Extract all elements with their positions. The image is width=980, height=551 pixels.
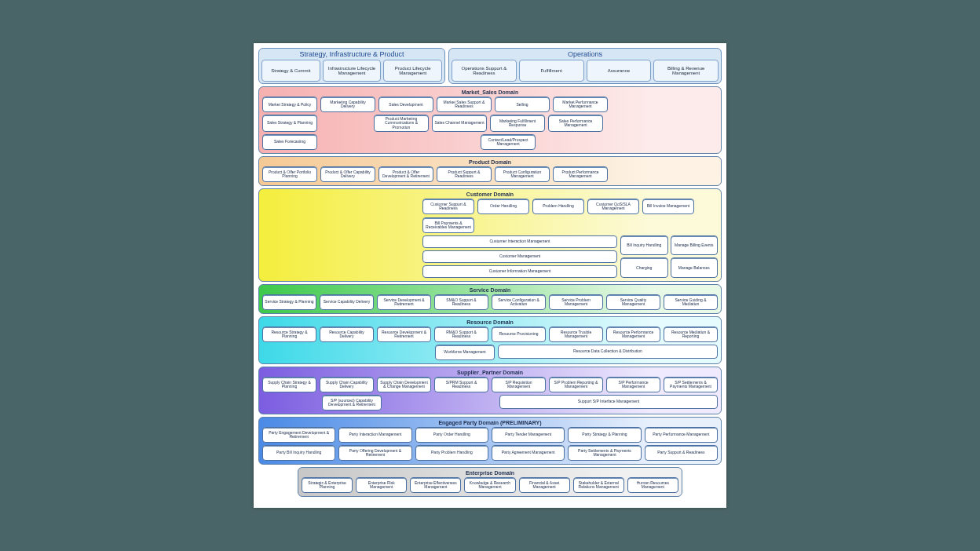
box: Service Configuration & Activation [492, 294, 546, 310]
box: Service Problem Management [549, 294, 603, 310]
page-root: Strategy, Infrastructure & Product Strat… [0, 0, 980, 551]
wide-box: Customer Management [422, 250, 617, 263]
box: S/P Settlements & Payments Management [664, 377, 718, 392]
box: Sales Channel Management [432, 115, 487, 132]
box: Selling [495, 97, 550, 112]
box: Service Quality Management [606, 294, 660, 310]
domain-market-title: Market_Sales Domain [262, 89, 718, 95]
domain-resource: Resource Domain Resource Strategy & Plan… [258, 316, 722, 364]
box: Service Strategy & Planning [262, 294, 316, 310]
customer-row1: Customer Support & Readiness Order Handl… [422, 199, 718, 233]
box: Manage Billing Events [671, 235, 719, 256]
box: Sales Strategy & Planning [262, 115, 317, 132]
box: Resource Capability Delivery [320, 327, 374, 342]
product-row1: Product & Offer Portfolio Planning Produ… [262, 166, 718, 182]
box: S/PRM Support & Readiness [434, 377, 488, 392]
box: Party Engagement Development & Retiremen… [262, 427, 335, 443]
box: Sales Performance Management [548, 115, 603, 132]
box: Financial & Asset Management [519, 477, 570, 493]
box: SM&O Support & Readiness [434, 294, 488, 310]
box: Resource Development & Retirement [377, 327, 431, 342]
box: Problem Handling [532, 199, 584, 214]
box: Human Resources Management [627, 477, 678, 493]
box: Marketing Capability Delivery [320, 97, 375, 112]
wide-box: Customer Information Management [422, 265, 617, 278]
enterprise-row1: Strategic & Enterprise Planning Enterpri… [302, 477, 678, 493]
domain-customer-title: Customer Domain [262, 192, 718, 197]
group-ops: Operations Operations Support & Readines… [448, 48, 722, 84]
box: Party Performance Management [645, 427, 718, 443]
box: Enterprise Effectiveness Management [410, 477, 461, 493]
box: Market Sales Support & Readiness [437, 97, 492, 112]
domain-supplier-title: Supplier_Partner Domain [262, 370, 718, 375]
service-row1: Service Strategy & Planning Service Capa… [262, 294, 718, 310]
wide-box: Resource Data Collection & Distribution [498, 345, 718, 359]
box: Customer QoS/SLA Management [587, 199, 639, 214]
box: Party Tender Management [492, 427, 565, 443]
box: Resource Trouble Management [549, 327, 603, 342]
box: Stakeholder & External Relations Managem… [573, 477, 624, 493]
box: Customer Support & Readiness [422, 199, 474, 214]
customer-layout: Customer Support & Readiness Order Handl… [262, 199, 718, 278]
wide-box: Customer Interaction Management [422, 235, 617, 248]
box: Bill Inquiry Handling [620, 235, 668, 256]
box: Enterprise Risk Management [356, 477, 407, 493]
domain-supplier: Supplier_Partner Domain Supply Chain Str… [258, 367, 722, 414]
engaged-row1: Party Engagement Development & Retiremen… [262, 427, 718, 443]
box: Service Guiding & Mediation [664, 294, 718, 310]
domain-customer: Customer Domain Customer Support & Readi… [258, 188, 722, 282]
group-ops-title: Operations [452, 50, 719, 58]
box: Order Handling [477, 199, 529, 214]
box: RM&O Support & Readiness [434, 327, 488, 342]
box: Supply Chain Development & Change Manage… [377, 377, 431, 392]
domain-service: Service Domain Service Strategy & Planni… [258, 284, 722, 314]
domain-service-title: Service Domain [262, 287, 718, 293]
box: Party Support & Readiness [645, 445, 718, 461]
box: Party Settlements & Payments Management [568, 445, 641, 461]
domain-engaged-party: Engaged Party Domain (PRELIMINARY) Party… [258, 417, 722, 465]
sip-cols: Strategy & Commit Infrastructure Lifecyc… [261, 60, 442, 82]
group-sip: Strategy, Infrastructure & Product Strat… [258, 48, 445, 84]
box: Market Strategy & Policy [262, 97, 317, 112]
col-osr: Operations Support & Readiness [452, 60, 517, 82]
resource-row2: Workforce Management Resource Data Colle… [262, 345, 718, 360]
domain-enterprise-title: Enterprise Domain [302, 470, 678, 476]
customer-row2: Customer Interaction Management Customer… [422, 235, 718, 278]
group-sip-title: Strategy, Infrastructure & Product [261, 50, 442, 58]
box: Supply Chain Capability Delivery [320, 377, 374, 392]
domain-market-sales: Market_Sales Domain Market Strategy & Po… [258, 86, 722, 154]
engaged-row2: Party Bill Inquiry Handling Party Offeri… [262, 445, 718, 461]
box: Product Marketing Communications & Promo… [374, 115, 429, 132]
box: Resource Mediation & Reporting [664, 327, 718, 342]
box: S/P Performance Management [606, 377, 660, 392]
box: Product & Offer Portfolio Planning [262, 166, 317, 182]
supplier-row1: Supply Chain Strategy & Planning Supply … [262, 377, 718, 392]
box: Manage Balances [671, 257, 719, 278]
box: S/P Problem Reporting & Management [549, 377, 603, 392]
col-ilm: Infrastructure Lifecycle Management [323, 60, 382, 82]
box: Party Offering Development & Retirement [338, 445, 411, 461]
wide-box: Support S/P Interface Management [499, 395, 718, 409]
box: Product Support & Readiness [437, 166, 492, 182]
box: Product Performance Management [553, 166, 608, 182]
box: Bill Payments & Receivables Management [422, 217, 474, 233]
domain-engaged-title: Engaged Party Domain (PRELIMINARY) [262, 420, 718, 425]
box: Product & Offer Development & Retirement [378, 166, 433, 182]
box: Strategic & Enterprise Planning [302, 477, 353, 493]
domain-product-title: Product Domain [262, 159, 718, 165]
box: S/P Requisition Management [492, 377, 546, 392]
box: Party Strategy & Planning [568, 427, 641, 443]
market-row3: Sales Forecasting Contact/Lead/Prospect … [262, 134, 718, 150]
box: Knowledge & Research Management [464, 477, 515, 493]
box: Market Performance Management [553, 97, 608, 112]
box: Sales Development [378, 97, 433, 112]
top-groups: Strategy, Infrastructure & Product Strat… [258, 48, 722, 84]
ops-cols: Operations Support & Readiness Fulfillme… [452, 60, 719, 82]
box: Party Agreement Management [492, 445, 565, 461]
box: Resource Provisioning [492, 327, 546, 342]
col-plm: Product Lifecycle Management [383, 60, 442, 82]
box: Workforce Management [435, 345, 495, 360]
box: Service Development & Retirement [377, 294, 431, 310]
box: Product & Offer Capability Delivery [320, 166, 375, 182]
box: Service Capability Delivery [320, 294, 374, 310]
